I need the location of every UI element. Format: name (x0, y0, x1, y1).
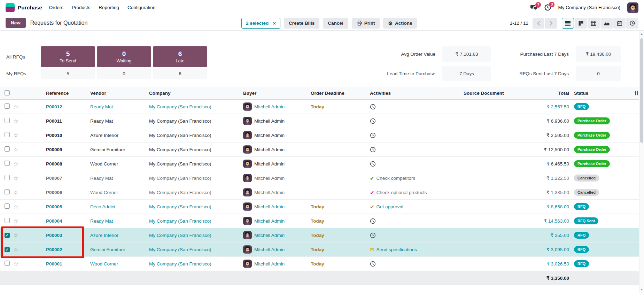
table-row[interactable]: ☆ P00009 Gemini Furniture My Company (Sa… (0, 142, 639, 157)
activities-button[interactable]: 3 (544, 4, 551, 11)
table-row[interactable]: ✓ ☆ P00003 Azure Interior My Company (Sa… (0, 228, 639, 242)
activity-clock-icon[interactable] (370, 161, 376, 167)
row-activity[interactable]: ✔ Check competitors (367, 176, 461, 181)
row-activity[interactable]: ✉ Send specifications (367, 247, 461, 252)
scroll-up-icon[interactable]: ▲ (639, 32, 644, 36)
purchase-app-icon[interactable] (6, 3, 15, 12)
activity-clock-icon[interactable] (370, 118, 376, 124)
favorite-star-icon[interactable]: ☆ (13, 218, 24, 224)
row-reference[interactable]: P00005 (24, 204, 85, 209)
activity-label[interactable]: Send specifications (377, 247, 417, 252)
row-reference[interactable]: P00008 (24, 161, 85, 167)
table-row[interactable]: ☆ P00006 Wood Corner My Company (San Fra… (0, 185, 639, 200)
app-name[interactable]: Purchase (18, 5, 42, 11)
favorite-star-icon[interactable]: ☆ (13, 132, 24, 138)
activity-state-icon[interactable]: ✔ (370, 204, 374, 209)
row-reference[interactable]: P00002 (24, 247, 85, 252)
view-list-button[interactable] (562, 18, 574, 29)
favorite-star-icon[interactable]: ☆ (13, 147, 24, 153)
row-activity[interactable]: ✔ Get approval (367, 204, 461, 209)
row-reference[interactable]: P00009 (24, 147, 85, 152)
column-reference[interactable]: Reference (24, 91, 85, 96)
activity-state-icon[interactable]: ✉ (370, 247, 374, 252)
row-reference[interactable]: P00006 (24, 190, 85, 195)
table-row[interactable]: ☆ P00001 Wood Corner My Company (San Fra… (0, 257, 639, 271)
vertical-scrollbar[interactable]: ▲ ▼ (639, 31, 644, 293)
row-checkbox[interactable] (5, 146, 10, 152)
my-waiting-value[interactable]: 0 (97, 68, 151, 79)
view-kanban-button[interactable] (575, 18, 587, 29)
view-pivot-button[interactable] (588, 18, 600, 29)
row-reference[interactable]: P00004 (24, 218, 85, 224)
favorite-star-icon[interactable]: ☆ (13, 175, 24, 181)
menu-products[interactable]: Products (72, 5, 90, 10)
pager-next-button[interactable] (545, 18, 557, 29)
column-status[interactable]: Status (571, 91, 634, 96)
activity-state-icon[interactable]: ✔ (370, 190, 374, 195)
user-menu[interactable]: My Company (San Francisco) (558, 5, 620, 10)
row-activity[interactable] (367, 118, 461, 124)
row-checkbox[interactable] (5, 175, 10, 180)
row-checkbox[interactable]: ✓ (5, 247, 10, 252)
row-checkbox[interactable] (5, 118, 10, 123)
pager-previous-button[interactable] (533, 18, 544, 29)
menu-orders[interactable]: Orders (49, 5, 63, 10)
table-row[interactable]: ☆ P00008 Wood Corner My Company (San Fra… (0, 157, 639, 171)
row-checkbox[interactable] (5, 261, 10, 266)
table-row[interactable]: ☆ P00005 Deco Addict My Company (San Fra… (0, 200, 639, 214)
column-company[interactable]: Company (146, 91, 240, 96)
row-reference[interactable]: P00001 (24, 261, 85, 267)
row-checkbox[interactable] (5, 161, 10, 166)
cancel-button[interactable]: Cancel (323, 18, 348, 29)
activity-clock-icon[interactable] (370, 261, 376, 267)
favorite-star-icon[interactable]: ☆ (13, 190, 24, 195)
scrollbar-thumb[interactable] (640, 38, 643, 143)
activity-clock-icon[interactable] (370, 132, 376, 138)
favorite-star-icon[interactable]: ☆ (13, 261, 24, 267)
my-rfqs-label[interactable]: My RFQs (6, 71, 39, 76)
create-bills-button[interactable]: Create Bills (284, 18, 319, 29)
activity-label[interactable]: Check competitors (377, 176, 416, 181)
view-activity-button[interactable] (626, 18, 638, 29)
row-activity[interactable] (367, 261, 461, 267)
table-row[interactable]: ☆ P00007 Ready Mat My Company (San Franc… (0, 171, 639, 185)
column-source-document[interactable]: Source Document (461, 91, 505, 96)
row-checkbox[interactable] (5, 103, 10, 109)
table-row[interactable]: ☆ P00010 Azure Interior My Company (San … (0, 128, 639, 142)
actions-button[interactable]: ⚙ Actions (383, 18, 417, 29)
row-activity[interactable] (367, 232, 461, 238)
table-row[interactable]: ☆ P00012 Ready Mat My Company (San Franc… (0, 100, 639, 114)
waiting-card[interactable]: 0 Waiting (97, 46, 151, 67)
row-checkbox[interactable] (5, 203, 10, 209)
new-button[interactable]: New (6, 18, 26, 28)
late-card[interactable]: 6 Late (153, 46, 207, 67)
row-checkbox[interactable] (5, 218, 10, 223)
row-activity[interactable]: ✔ Check optional products (367, 190, 461, 195)
activity-label[interactable]: Check optional products (377, 190, 427, 195)
optional-columns-button[interactable] (634, 91, 639, 96)
view-calendar-button[interactable] (613, 18, 626, 29)
row-checkbox[interactable] (5, 132, 10, 137)
row-reference[interactable]: P00012 (24, 104, 85, 109)
column-activities[interactable]: Activities (367, 91, 461, 96)
row-checkbox[interactable] (5, 189, 10, 194)
row-reference[interactable]: P00007 (24, 176, 85, 181)
activity-state-icon[interactable]: ✔ (370, 176, 374, 181)
row-activity[interactable] (367, 161, 461, 167)
menu-reporting[interactable]: Reporting (99, 5, 119, 10)
row-checkbox[interactable]: ✓ (5, 233, 10, 238)
favorite-star-icon[interactable]: ☆ (13, 104, 24, 110)
scroll-down-icon[interactable]: ▼ (639, 288, 644, 291)
row-reference[interactable]: P00003 (24, 233, 85, 238)
clear-selection-icon[interactable]: × (273, 20, 276, 26)
table-row[interactable]: ✓ ☆ P00002 Gemini Furniture My Company (… (0, 242, 639, 257)
row-reference[interactable]: P00010 (24, 133, 85, 138)
avatar[interactable] (627, 2, 638, 13)
favorite-star-icon[interactable]: ☆ (13, 161, 24, 167)
table-row[interactable]: ☆ P00004 Ready Mat My Company (San Franc… (0, 214, 639, 228)
favorite-star-icon[interactable]: ☆ (13, 204, 24, 210)
favorite-star-icon[interactable]: ☆ (13, 118, 24, 124)
my-late-value[interactable]: 6 (153, 68, 207, 79)
column-vendor[interactable]: Vendor (85, 91, 146, 96)
favorite-star-icon[interactable]: ☆ (13, 232, 24, 238)
